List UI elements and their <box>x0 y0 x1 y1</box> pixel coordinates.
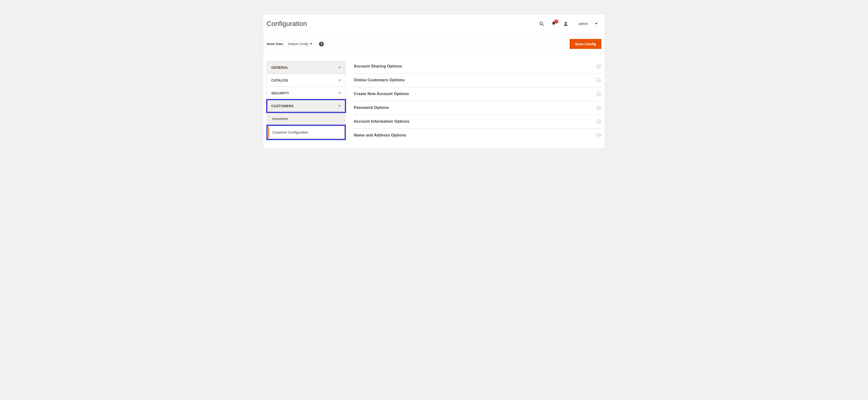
sidebar-tab-label: CATALOG <box>271 78 288 82</box>
section-title: Create New Account Options <box>354 92 409 96</box>
expand-icon <box>596 78 601 82</box>
chevron-up-icon <box>338 104 341 108</box>
search-icon[interactable] <box>539 21 544 26</box>
toolbar: Store View: Default Config ? Save Config <box>263 34 605 54</box>
sidebar-tab-security[interactable]: SECURITY <box>267 87 346 100</box>
expand-icon <box>596 92 601 96</box>
sidebar-subitems: Newsletter Customer Configuration <box>267 112 346 140</box>
expand-icon <box>596 64 601 68</box>
svg-line-1 <box>542 25 544 26</box>
save-config-button[interactable]: Save Config <box>569 39 601 49</box>
caret-down-icon <box>595 22 597 26</box>
section-password-options[interactable]: Password Options <box>353 101 601 115</box>
sidebar-item-newsletter[interactable]: Newsletter <box>267 112 345 125</box>
sidebar-item-customer-configuration-highlight: Customer Configuration <box>267 125 345 140</box>
sidebar-tab-catalog[interactable]: CATALOG <box>267 74 346 87</box>
header-actions: 7 admin <box>539 21 597 26</box>
toolbar-left: Store View: Default Config ? <box>267 42 324 46</box>
store-view-label: Store View: <box>267 42 284 46</box>
user-menu[interactable]: admin <box>579 22 597 26</box>
section-name-and-address-options[interactable]: Name and Address Options <box>353 129 601 142</box>
page-header: Configuration 7 admin <box>263 14 605 34</box>
section-online-customers-options[interactable]: Online Customers Options <box>353 73 601 87</box>
section-create-new-account-options[interactable]: Create New Account Options <box>353 87 601 101</box>
page-title: Configuration <box>267 20 307 28</box>
store-view-select[interactable]: Default Config <box>288 42 312 46</box>
sidebar-tab-label: SECURITY <box>271 91 289 95</box>
config-sections: Account Sharing Options Online Customers… <box>353 61 601 142</box>
caret-down-icon <box>310 42 312 46</box>
section-account-information-options[interactable]: Account Information Options <box>353 115 601 129</box>
chevron-down-icon <box>338 78 341 82</box>
expand-icon <box>596 133 601 137</box>
section-title: Account Sharing Options <box>354 64 402 68</box>
expand-icon <box>596 119 601 124</box>
sidebar-tab-label: GENERAL <box>271 66 288 69</box>
store-view-value: Default Config <box>288 42 308 46</box>
section-title: Password Options <box>354 105 389 110</box>
sidebar-item-customer-configuration[interactable]: Customer Configuration <box>268 127 344 138</box>
notifications-icon[interactable]: 7 <box>551 21 556 26</box>
chevron-down-icon <box>338 91 341 95</box>
section-title: Name and Address Options <box>354 133 406 137</box>
expand-icon <box>596 105 601 110</box>
help-icon[interactable]: ? <box>319 42 324 46</box>
sidebar-tab-customers[interactable]: CUSTOMERS <box>267 99 346 112</box>
section-title: Account Information Options <box>354 119 409 124</box>
sidebar-tab-general[interactable]: GENERAL <box>267 61 346 74</box>
body: GENERAL CATALOG SECURITY CUSTOMERS <box>263 54 605 148</box>
sidebar-tab-label: CUSTOMERS <box>271 104 294 108</box>
chevron-down-icon <box>338 66 341 69</box>
username-label: admin <box>579 22 588 26</box>
config-panel: Configuration 7 admin Store View: <box>263 14 605 148</box>
svg-point-0 <box>540 22 542 25</box>
config-sidebar: GENERAL CATALOG SECURITY CUSTOMERS <box>267 61 346 140</box>
svg-point-2 <box>565 22 567 24</box>
user-avatar-icon[interactable] <box>563 21 568 26</box>
section-account-sharing-options[interactable]: Account Sharing Options <box>353 62 601 73</box>
section-title: Online Customers Options <box>354 78 405 82</box>
notifications-badge: 7 <box>554 20 558 24</box>
